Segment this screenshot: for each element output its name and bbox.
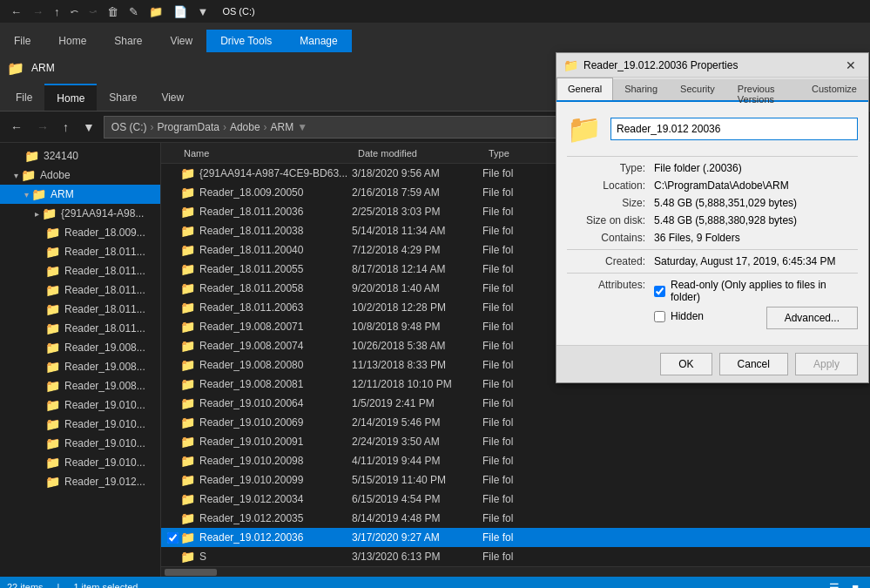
table-row[interactable]: 📁Reader_19.012.200358/14/2019 4:48 PMFil… bbox=[161, 509, 870, 528]
nav-up-btn[interactable]: ↑ bbox=[57, 118, 74, 137]
sidebar-item-reader19010c[interactable]: 📁Reader_19.010... bbox=[0, 434, 160, 453]
file-type: File fol bbox=[482, 531, 552, 544]
prop-advanced-btn[interactable]: Advanced... bbox=[766, 307, 858, 329]
outer-window-title: OS (C:) bbox=[222, 6, 254, 17]
table-row[interactable]: 📁S3/13/2020 6:13 PMFile fol bbox=[161, 547, 870, 566]
folder-icon: 📁 bbox=[45, 321, 60, 335]
dialog-tab-general[interactable]: General bbox=[556, 78, 613, 100]
table-row[interactable]: 📁Reader_19.012.200363/17/2020 9:27 AMFil… bbox=[161, 528, 870, 547]
nav-back-btn[interactable]: ← bbox=[5, 118, 28, 137]
outer-tab-file[interactable]: File bbox=[0, 30, 44, 52]
dialog-close-btn[interactable]: ✕ bbox=[840, 57, 861, 74]
table-row[interactable]: 📁Reader_19.010.200984/11/2019 9:44 PMFil… bbox=[161, 451, 870, 470]
sidebar-item-324140[interactable]: 📁324140 bbox=[0, 146, 160, 166]
folder-icon: 📁 bbox=[45, 360, 60, 374]
hscroll-thumb[interactable] bbox=[165, 569, 217, 576]
file-name: Reader_19.008.20080 bbox=[199, 359, 352, 371]
table-row[interactable]: 📁Reader_19.010.200692/14/2019 5:46 PMFil… bbox=[161, 413, 870, 432]
sidebar-item-reader18011b[interactable]: 📁Reader_18.011... bbox=[0, 261, 160, 280]
rename-btn[interactable]: ✎ bbox=[125, 3, 142, 20]
sidebar-item-reader19010b[interactable]: 📁Reader_19.010... bbox=[0, 415, 160, 434]
sidebar-item-reader18009[interactable]: 📁Reader_18.009... bbox=[0, 223, 160, 242]
file-name: Reader_19.012.20036 bbox=[199, 531, 352, 544]
dialog-folder-icon: 📁 bbox=[563, 58, 578, 72]
manage-btn[interactable]: Manage bbox=[286, 30, 351, 52]
dialog-tab-sharing[interactable]: Sharing bbox=[613, 79, 669, 100]
table-row[interactable]: 📁Reader_19.010.200912/24/2019 3:50 AMFil… bbox=[161, 432, 870, 451]
breadcrumb-programdata: ProgramData bbox=[158, 121, 219, 133]
sidebar-item-reader19012[interactable]: 📁Reader_19.012... bbox=[0, 472, 160, 491]
prop-name-input[interactable] bbox=[610, 118, 858, 140]
dialog-ok-btn[interactable]: OK bbox=[660, 353, 712, 375]
nav-recent-btn[interactable]: ▼ bbox=[78, 118, 100, 137]
undo-btn[interactable]: ⤺ bbox=[67, 4, 82, 19]
up-btn[interactable]: ↑ bbox=[51, 3, 64, 20]
outer-ribbon-bar: ← → ↑ ⤺ ⤻ 🗑 ✎ 📁 📄 ▼ OS (C:) File Home Sh… bbox=[0, 0, 870, 52]
sidebar-item-reader19010a[interactable]: 📁Reader_19.010... bbox=[0, 395, 160, 415]
file-icon: 📁 bbox=[180, 492, 195, 506]
inner-tab-share[interactable]: Share bbox=[97, 84, 149, 111]
outer-tab-share[interactable]: Share bbox=[100, 30, 156, 52]
col-header-name[interactable]: Name bbox=[180, 143, 354, 163]
file-icon: 📁 bbox=[180, 186, 195, 199]
prop-type-label: Type: bbox=[567, 162, 645, 174]
sidebar-item-reader19008a[interactable]: 📁Reader_19.008... bbox=[0, 338, 160, 357]
table-row[interactable]: 📁Reader_19.012.200346/15/2019 4:54 PMFil… bbox=[161, 490, 870, 509]
redo-btn[interactable]: ⤻ bbox=[85, 4, 100, 19]
file-name: Reader_19.010.20099 bbox=[199, 474, 352, 486]
hscroll[interactable] bbox=[161, 566, 870, 577]
table-row[interactable]: 📁Reader_19.010.200995/15/2019 11:40 PMFi… bbox=[161, 470, 870, 490]
prop-sizeondisk-label: Size on disk: bbox=[567, 214, 645, 226]
customize-btn[interactable]: ▼ bbox=[194, 3, 212, 20]
sidebar-item-reader18011a[interactable]: 📁Reader_18.011... bbox=[0, 242, 160, 261]
file-type: File fol bbox=[482, 301, 552, 314]
sidebar-item-reader18011c[interactable]: 📁Reader_18.011... bbox=[0, 280, 160, 300]
sidebar-label: ARM bbox=[51, 188, 74, 200]
inner-tab-home[interactable]: Home bbox=[44, 84, 97, 111]
inner-tab-file[interactable]: File bbox=[3, 84, 44, 111]
table-row[interactable]: 📁Reader_19.010.200641/5/2019 2:41 PMFile… bbox=[161, 394, 870, 413]
col-header-date[interactable]: Date modified bbox=[354, 143, 485, 163]
outer-tab-home[interactable]: Home bbox=[44, 30, 100, 52]
outer-tab-view[interactable]: View bbox=[156, 30, 206, 52]
back-btn[interactable]: ← bbox=[7, 3, 25, 20]
dialog-tab-prevver[interactable]: Previous Versions bbox=[726, 79, 800, 100]
sidebar-item-reader19008b[interactable]: 📁Reader_19.008... bbox=[0, 357, 160, 376]
row-checkbox[interactable] bbox=[167, 532, 179, 544]
file-icon: 📁 bbox=[180, 416, 195, 429]
prop-folder-icon: 📁 bbox=[567, 112, 602, 145]
prop-btn[interactable]: 📄 bbox=[170, 3, 191, 20]
sidebar-item-reader18011e[interactable]: 📁Reader_18.011... bbox=[0, 319, 160, 338]
folder-icon: 📁 bbox=[45, 417, 60, 431]
delete-btn[interactable]: 🗑 bbox=[104, 3, 122, 20]
file-date: 2/14/2019 5:46 PM bbox=[352, 416, 482, 429]
sidebar-item-adobe-parent[interactable]: ▾📁Adobe bbox=[0, 166, 160, 185]
forward-btn[interactable]: → bbox=[29, 3, 47, 20]
sidebar-item-reader18011d[interactable]: 📁Reader_18.011... bbox=[0, 300, 160, 319]
file-name: Reader_19.010.20069 bbox=[199, 416, 352, 429]
folder-icon: 📁 bbox=[45, 379, 60, 393]
prop-hidden-checkbox[interactable] bbox=[654, 311, 665, 322]
dialog-tab-customize[interactable]: Customize bbox=[800, 79, 868, 100]
newf-btn[interactable]: 📁 bbox=[145, 3, 166, 20]
details-view-btn[interactable]: ☰ bbox=[825, 579, 844, 589]
nav-forward-btn[interactable]: → bbox=[31, 118, 54, 137]
properties-dialog: 📁 Reader_19.012.20036 Properties ✕ Gener… bbox=[556, 52, 869, 383]
col-header-type[interactable]: Type bbox=[485, 143, 555, 163]
prop-location-value: C:\ProgramData\Adobe\ARM bbox=[654, 179, 858, 192]
file-date: 12/11/2018 10:10 PM bbox=[352, 378, 482, 390]
sidebar-item-arm[interactable]: ▾📁ARM bbox=[0, 185, 160, 204]
sidebar-item-reader19010d[interactable]: 📁Reader_19.010... bbox=[0, 453, 160, 472]
sidebar-item-291aa914[interactable]: ▸📁{291AA914-A98... bbox=[0, 204, 160, 223]
dialog-cancel-btn[interactable]: Cancel bbox=[719, 353, 788, 375]
file-date: 3/17/2020 9:27 AM bbox=[352, 531, 482, 544]
dialog-tab-security[interactable]: Security bbox=[669, 79, 726, 100]
dialog-apply-btn[interactable]: Apply bbox=[795, 353, 858, 375]
sidebar-item-reader19008c[interactable]: 📁Reader_19.008... bbox=[0, 376, 160, 395]
outer-tab-drivetools[interactable]: Drive Tools bbox=[206, 30, 286, 52]
file-type: File fol bbox=[482, 397, 552, 409]
file-type: File fol bbox=[482, 263, 552, 275]
prop-readonly-checkbox[interactable] bbox=[654, 286, 665, 297]
inner-tab-view[interactable]: View bbox=[149, 84, 196, 111]
large-icons-btn[interactable]: ■ bbox=[847, 579, 863, 589]
